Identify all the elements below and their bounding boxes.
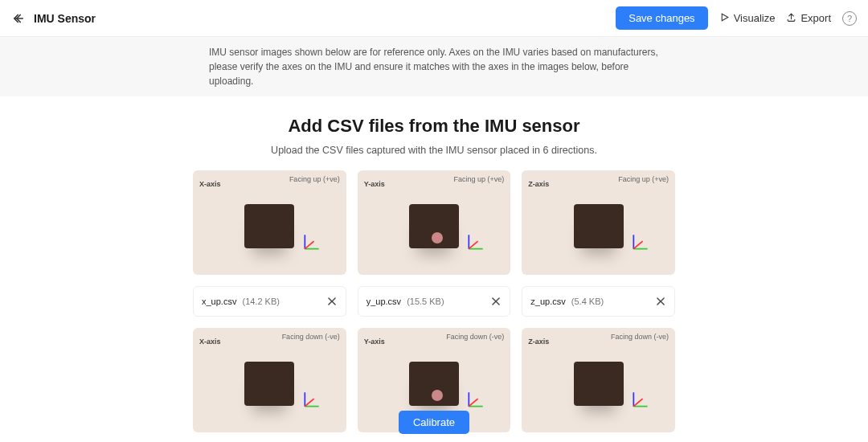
axes-gizmo-icon — [465, 389, 486, 410]
main: Add CSV files from the IMU sensor Upload… — [0, 96, 868, 442]
header-right: Save changes Visualize Export ? — [616, 6, 857, 30]
calibrate-button[interactable]: Calibrate — [399, 411, 469, 434]
axes-gizmo-icon — [630, 389, 651, 410]
info-text: IMU sensor images shown below are for re… — [209, 45, 659, 88]
facing-label: Facing down (-ve) — [282, 333, 340, 341]
back-icon[interactable] — [11, 11, 26, 26]
info-bar: IMU sensor images shown below are for re… — [0, 37, 868, 96]
sensor-image — [530, 185, 667, 267]
svg-line-24 — [469, 399, 478, 407]
axes-gizmo-icon — [630, 231, 651, 252]
close-icon[interactable] — [655, 296, 666, 307]
svg-line-21 — [305, 399, 313, 407]
file-info: y_up.csv (15.5 KB) — [366, 297, 444, 306]
svg-line-9 — [469, 241, 478, 249]
save-button[interactable]: Save changes — [616, 6, 707, 30]
orientation-card: Y-axis Facing up (+ve) — [358, 170, 511, 275]
export-button[interactable]: Export — [786, 12, 831, 25]
sensor-image — [201, 185, 338, 267]
upload-icon — [786, 12, 796, 25]
page-title: Add CSV files from the IMU sensor — [32, 116, 836, 137]
sensor-image — [366, 185, 503, 267]
export-label: Export — [800, 12, 831, 24]
facing-label: Facing up (+ve) — [618, 175, 669, 183]
footer: Calibrate — [0, 411, 868, 434]
facing-label: Facing up (+ve) — [454, 175, 505, 183]
app-title: IMU Sensor — [34, 12, 96, 25]
file-size: (5.4 KB) — [571, 297, 604, 306]
svg-line-6 — [305, 241, 313, 249]
file-name: x_up.csv — [202, 297, 236, 306]
visualize-button[interactable]: Visualize — [719, 12, 776, 25]
axes-gizmo-icon — [301, 389, 322, 410]
facing-label: Facing up (+ve) — [289, 175, 340, 183]
file-info: z_up.csv (5.4 KB) — [530, 297, 604, 306]
file-size: (14.2 KB) — [242, 297, 279, 306]
svg-line-12 — [633, 241, 642, 249]
orientation-card: Z-axis Facing up (+ve) — [522, 170, 675, 275]
facing-label: Facing down (-ve) — [446, 333, 504, 341]
close-icon[interactable] — [326, 296, 338, 307]
file-card: z_up.csv (5.4 KB) — [522, 286, 675, 317]
axes-gizmo-icon — [301, 231, 322, 252]
header-left: IMU Sensor — [11, 11, 96, 26]
axes-gizmo-icon — [465, 231, 486, 252]
help-icon[interactable]: ? — [842, 11, 857, 26]
file-info: x_up.csv (14.2 KB) — [202, 297, 280, 306]
page-subtitle: Upload the CSV files captured with the I… — [32, 145, 836, 156]
svg-line-27 — [633, 399, 642, 407]
header: IMU Sensor Save changes Visualize Export… — [0, 0, 868, 37]
close-icon[interactable] — [490, 296, 502, 307]
orientation-card: X-axis Facing up (+ve) — [193, 170, 346, 275]
svg-marker-2 — [722, 14, 728, 21]
facing-label: Facing down (-ve) — [611, 333, 669, 341]
play-icon — [719, 12, 730, 25]
file-card: x_up.csv (14.2 KB) — [193, 286, 346, 317]
upload-grid: X-axis Facing up (+ve) Y-axis Facing up … — [193, 170, 675, 442]
file-size: (15.5 KB) — [407, 297, 444, 306]
visualize-label: Visualize — [734, 12, 776, 24]
file-name: z_up.csv — [530, 297, 565, 306]
file-card: y_up.csv (15.5 KB) — [358, 286, 511, 317]
file-name: y_up.csv — [366, 297, 401, 306]
